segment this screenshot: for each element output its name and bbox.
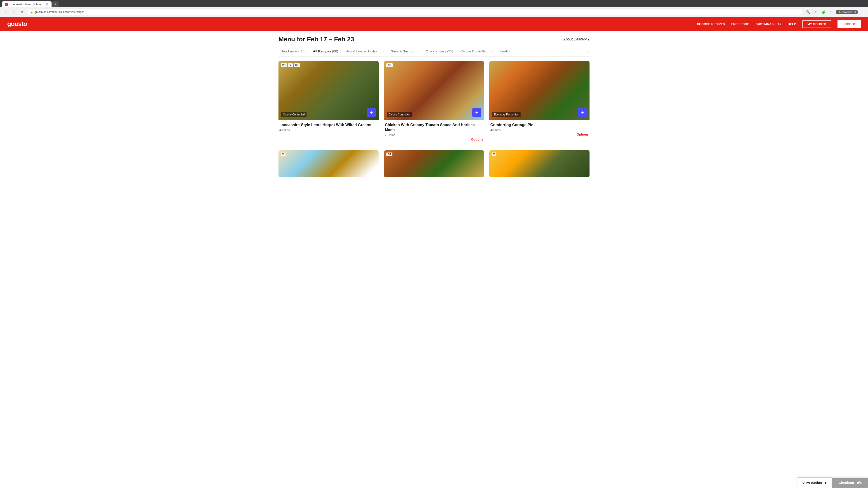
tab-quick-easy[interactable]: Quick & Easy (35) [422,46,457,57]
add-recipe-1-button[interactable]: + [367,108,376,117]
search-button[interactable]: 🔍 [805,9,811,15]
tab-for-lauren[interactable]: For Lauren (14) [278,46,309,57]
back-button[interactable]: ‹ [2,9,8,15]
tab-health[interactable]: Health [496,46,513,57]
tab-save-savour-count: (8) [414,49,418,53]
badge-gf: GF [386,63,393,67]
recipe-title-3: Comforting Cottage Pie [490,123,589,127]
tab-calorie-controlled-count: (6) [489,49,493,53]
add-recipe-3-button[interactable]: + [578,108,587,117]
add-recipe-2-button[interactable]: + [472,108,481,117]
badge-v-4: V [281,153,285,156]
about-delivery-text: About Delivery [563,37,587,41]
recipe-time-2: 25 mins [385,133,483,137]
recipe-category-2: Calorie Controlled [387,112,412,117]
tab-calorie-controlled[interactable]: Calorie Controlled (6) [457,46,496,57]
tab-favicon: G [5,3,8,6]
recipe-category-1: Calorie Controlled [281,112,307,117]
tab-close-button[interactable]: ✕ [46,3,49,6]
my-gousto-button[interactable]: MY GOUSTO [802,20,831,28]
tabs-scroll-right-button[interactable]: › [585,47,590,56]
tab-save-savour[interactable]: Save & Savour (8) [387,46,422,57]
tab-all-recipes-count: (86) [332,49,338,53]
split-screen-button[interactable]: ⊡ [828,9,834,15]
tab-for-lauren-label: For Lauren [282,49,299,53]
recipe-card-5: DF [384,150,484,177]
recipe-grid: PB V DF Calorie Controlled + Lancashire-… [278,61,590,177]
tab-for-lauren-count: (14) [300,49,306,53]
recipe-image-3: Everyday Favourites + [489,61,590,120]
lock-icon: 🔒 [30,11,33,13]
logout-button[interactable]: LOGOUT [837,20,861,28]
badge-pb: PB [281,63,287,67]
address-text: gousto.co.uk/menu?collection=all-recipes [35,10,84,13]
logo[interactable]: gousto [7,20,27,28]
chevron-down-icon: ▾ [588,37,590,41]
recipe-badges-1: PB V DF [281,63,300,67]
active-tab[interactable]: G This Week's Menu | Choose Fro... ✕ [2,1,52,7]
recipe-options-3[interactable]: Options [490,132,589,138]
nav-help[interactable]: HELP [788,22,796,26]
recipe-image-5: DF [384,150,484,177]
tab-new-limited-label: New & Limited Edition [345,49,379,53]
recipe-badges-2: GF [386,63,393,67]
recipe-badges-5: DF [386,153,393,156]
browser-tabs: G This Week's Menu | Choose Fro... ✕ + [2,1,866,7]
main-content: Menu for Feb 17 – Feb 23 About Delivery … [271,31,597,177]
tab-title: This Week's Menu | Choose Fro... [10,3,44,6]
header-nav: CHOOSE RECIPES FREE FOOD SUSTAINABILITY … [697,20,861,28]
recipe-category-3: Everyday Favourites [492,112,520,117]
extensions-button[interactable]: 🧩 [820,9,827,15]
incognito-badge: 🕵️ Incognito (2) [836,10,858,14]
badge-df-5: DF [386,153,393,156]
tab-quick-easy-count: (35) [447,49,453,53]
tab-new-limited-count: (8) [379,49,383,53]
incognito-icon: 🕵️ [838,11,841,13]
browser-toolbar: ‹ › ↻ 🔒 gousto.co.uk/menu?collection=all… [0,7,868,17]
recipe-title-2: Chicken With Creamy Tomato Sauce And Har… [385,123,483,132]
tab-health-label: Health [500,49,509,53]
nav-free-food[interactable]: FREE FOOD [731,22,749,26]
tab-calorie-controlled-label: Calorie Controlled [460,49,488,53]
forward-button[interactable]: › [10,9,17,15]
recipe-image-1: PB V DF Calorie Controlled + [278,61,379,120]
tab-all-recipes[interactable]: All Recipes (86) [309,46,342,57]
nav-sustainability[interactable]: SUSTAINABILITY [756,22,782,26]
recipe-card-4: V [278,150,379,177]
recipe-badges-4: V [281,153,285,156]
new-tab-button[interactable]: + [52,1,59,7]
page-title: Menu for Feb 17 – Feb 23 [278,36,354,43]
recipe-image-6: V [489,150,590,177]
incognito-label: Incognito (2) [842,11,856,13]
page-header: Menu for Feb 17 – Feb 23 About Delivery … [278,36,590,43]
recipe-info-3: Comforting Cottage Pie 40 mins Options [489,120,590,140]
site-header: gousto CHOOSE RECIPES FREE FOOD SUSTAINA… [0,17,868,31]
bookmark-button[interactable]: ☆ [813,9,819,15]
browser-chrome: G This Week's Menu | Choose Fro... ✕ + [0,0,868,7]
recipe-options-2[interactable]: Options [385,137,483,143]
recipe-time-3: 40 mins [490,128,589,132]
address-bar[interactable]: 🔒 gousto.co.uk/menu?collection=all-recip… [27,8,803,15]
recipe-card-1: PB V DF Calorie Controlled + Lancashire-… [278,61,379,145]
tab-all-recipes-label: All Recipes [313,49,331,53]
toolbar-actions: 🔍 ☆ 🧩 ⊡ 🕵️ Incognito (2) ⋮ [805,9,866,15]
recipe-info-1: Lancashire-Style Lentil Hotpot With Wilt… [278,120,379,133]
tab-quick-easy-label: Quick & Easy [426,49,446,53]
recipe-info-2: Chicken With Creamy Tomato Sauce And Har… [384,120,484,145]
tab-save-savour-label: Save & Savour [391,49,413,53]
reload-button[interactable]: ↻ [19,9,25,15]
tab-new-limited[interactable]: New & Limited Edition (8) [342,46,387,57]
recipe-image-2: GF Calorie Controlled + [384,61,484,120]
badge-df: DF [293,63,300,67]
recipe-card-6: V [489,150,590,177]
badge-v: V [288,63,293,67]
about-delivery-link[interactable]: About Delivery ▾ [563,37,590,41]
recipe-title-1: Lancashire-Style Lentil Hotpot With Wilt… [279,123,378,127]
recipe-card-3: Everyday Favourites + Comforting Cottage… [489,61,590,145]
menu-button[interactable]: ⋮ [860,9,866,15]
nav-choose-recipes[interactable]: CHOOSE RECIPES [697,22,725,26]
badge-v-6: V [492,153,496,156]
recipe-badges-6: V [492,153,496,156]
recipe-card-2: GF Calorie Controlled + Chicken With Cre… [384,61,484,145]
recipe-time-1: 45 mins [279,128,378,132]
